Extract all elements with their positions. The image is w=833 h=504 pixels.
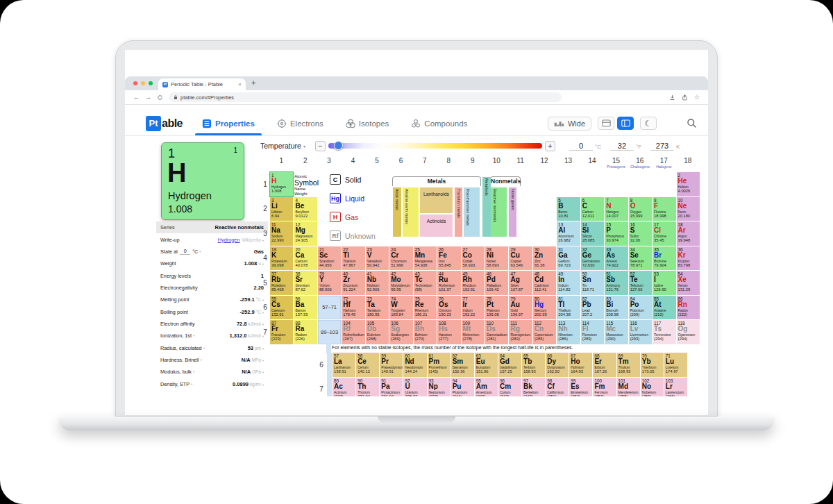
search-button[interactable] [687,118,697,128]
element-cell-Bi[interactable]: 83BiBismuth208.98 [605,296,628,320]
element-cell-Rf[interactable]: 104RfRutherfordium(267) [342,320,364,344]
element-cell-Ne[interactable]: 10NeNeon20.180 [677,197,700,221]
chevron-down-icon[interactable]: ▾ [262,347,264,351]
element-cell-Ds[interactable]: 110DsDarmstadtium(281) [485,320,508,344]
element-cell-Ra[interactable]: 88RaRadium(226) [294,320,317,344]
chevron-down-icon[interactable]: ▾ [262,383,264,387]
element-cell-S[interactable]: 16SSulfur32.06 [629,221,652,246]
element-cell-Sg[interactable]: 106SgSeaborgium(269) [389,320,412,344]
legend-alkali[interactable]: Alkali metals [393,187,401,237]
element-cell-C[interactable]: 6CCarbon12.011 [581,197,604,221]
legend-noble[interactable]: Noble gases [509,187,516,237]
element-cell-Be[interactable]: 4BeBeryllium9.0122 [294,197,317,221]
close-window-icon[interactable] [133,81,137,85]
element-cell-Zn[interactable]: 30ZnZinc65.38 [533,246,556,271]
element-cell-Th[interactable]: 90ThThorium232.04 [356,378,379,397]
kelvin-input[interactable]: 273 [650,142,674,151]
element-cell-H[interactable]: 1HHydrogen1.008 [270,172,293,196]
element-cell-Dy[interactable]: 66DyDysprosium162.50 [546,353,569,377]
element-cell-Tm[interactable]: 69TmThulium168.93 [617,353,640,377]
back-icon[interactable]: ← [133,94,140,101]
temperature-label[interactable]: Temperature [260,142,301,150]
element-cell-Ba[interactable]: 56BaBarium137.33 [294,296,317,320]
element-cell-At[interactable]: 85AtAstatine(210) [653,296,675,320]
dark-mode-button[interactable]: ☾ [640,117,657,130]
bookmark-star-icon[interactable]: ☆ [694,94,700,101]
element-cell-Sm[interactable]: 62SmSamarium150.36 [451,353,474,377]
element-cell-O[interactable]: 8OOxygen15.999 [629,197,652,221]
element-cell-Sc[interactable]: 21ScScandium44.956 [318,246,341,271]
tab-properties[interactable]: Properties [202,111,255,135]
chevron-down-icon[interactable]: ▾ [193,334,194,337]
element-cell-Kr[interactable]: 36KrKrypton83.798 [677,246,700,271]
element-cell-P[interactable]: 15PPhosphorus30.974 [605,221,628,246]
element-cell-Se[interactable]: 34SeSelenium78.971 [629,246,652,271]
chevron-down-icon[interactable]: ▾ [203,346,205,350]
legend-lanthanoid[interactable]: Lanthanoids [420,187,453,213]
celsius-input[interactable]: 0 [569,142,593,151]
element-cell-Ge[interactable]: 32GeGermanium72.630 [581,246,604,271]
element-cell-Tb[interactable]: 65TbTerbium158.93 [522,353,545,377]
element-cell-Ac[interactable]: 89AcActinium(227) [333,378,355,397]
element-cell-Mc[interactable]: 115McMoscovium(290) [605,320,628,344]
element-cell-Sb[interactable]: 51SbAntimony121.76 [605,271,628,295]
chevron-down-icon[interactable]: ▾ [262,359,264,362]
chevron-down-icon[interactable]: ▾ [191,383,192,386]
write-up-link[interactable]: Hydrogen [218,237,240,243]
element-cell-Pm[interactable]: 61PmPromethium(145) [428,353,451,377]
element-cell-Am[interactable]: 95AmAmericium(243) [475,378,498,397]
element-cell-Hs[interactable]: 108HsHassium(277) [437,320,460,344]
ptable-logo[interactable]: Pt able [146,116,183,131]
element-cell-Y[interactable]: 39YYttrium88.906 [318,271,341,295]
element-cell-Rn[interactable]: 86RnRadon(222) [677,296,700,320]
address-bar[interactable]: ptable.com/#Properties [169,92,562,102]
element-cell-Sn[interactable]: 50SnTin118.71 [581,271,604,295]
legend-post[interactable]: Post-transition metals [464,187,480,237]
element-cell-Og[interactable]: 118OgOganesson(294) [677,320,700,344]
element-cell-Al[interactable]: 13AlAluminium26.982 [557,221,580,246]
element-cell-Ar[interactable]: 18ArArgon39.948 [677,221,700,246]
legend-actinoid[interactable]: Actinoids [420,215,453,237]
element-cell-F[interactable]: 9FFluorine18.998 [653,197,675,221]
element-cell-Tl[interactable]: 81TlThallium204.38 [557,296,580,320]
element-cell-Eu[interactable]: 63EuEuropium151.96 [475,353,498,377]
fahrenheit-input[interactable]: 32 [610,142,634,151]
minimize-window-icon[interactable] [141,81,145,85]
element-cell-I[interactable]: 53IIodine126.90 [653,271,675,295]
element-cell-La[interactable]: 57LaLanthanum138.91 [333,353,355,377]
element-cell-W[interactable]: 74WTungsten183.84 [389,296,412,320]
element-cell-Hg[interactable]: 80HgMercury200.59 [533,296,556,320]
element-cell-Cm[interactable]: 96CmCurium(247) [498,378,521,397]
element-cell-Nb[interactable]: 41NbNiobium92.906 [366,271,389,295]
legend-transition[interactable]: Transition metals [455,187,462,237]
element-cell-Pa[interactable]: 91PaProtactinium231.04 [380,378,403,397]
element-cell-Li[interactable]: 3LiLithium6.94 [270,197,293,221]
element-cell-Cl[interactable]: 17ClChlorine35.45 [653,221,675,246]
element-cell-Cf[interactable]: 98CfCalifornium(251) [546,378,569,397]
element-cell-No[interactable]: 102NoNobelium(259) [641,378,664,397]
temperature-minus-button[interactable]: − [315,141,326,151]
tab-close-icon[interactable]: × [238,81,242,87]
element-cell-Pr[interactable]: 59PrPraseodymium140.91 [380,353,403,377]
legend-alkaline[interactable]: Alkaline earth metals [403,187,419,237]
element-cell-Ca[interactable]: 20CaCalcium40.078 [294,246,317,271]
element-cell-Yb[interactable]: 70YbYtterbium173.05 [641,353,664,377]
element-cell-Re[interactable]: 75ReRhenium186.21 [414,296,437,320]
element-cell-Po[interactable]: 84PoPolonium(209) [629,296,652,320]
maximize-window-icon[interactable] [149,81,153,85]
legend-metalloid[interactable]: Metalloids [482,177,491,237]
element-cell-Si[interactable]: 14SiSilicon28.085 [581,221,604,246]
tab-isotopes[interactable]: Isotopes [346,111,389,135]
element-cell-Lr[interactable]: 103LrLawrencium(266) [664,378,687,397]
chevron-down-icon[interactable]: ▾ [193,370,194,373]
element-cell-Hf[interactable]: 72HfHafnium178.49 [342,296,364,320]
element-cell-Xe[interactable]: 54XeXenon131.29 [677,271,700,295]
range-cell-57–71[interactable]: 57–71 [318,296,341,320]
layout-side-panel-button[interactable] [617,117,634,130]
element-cell-Mt[interactable]: 109MtMeitnerium(278) [462,320,485,344]
download-icon[interactable] [669,94,675,101]
element-cell-Gd[interactable]: 64GdGadolinium157.25 [498,353,521,377]
chevron-down-icon[interactable]: ▾ [201,358,202,362]
temperature-slider-thumb[interactable] [334,141,343,150]
temperature-plus-button[interactable]: + [545,141,555,151]
